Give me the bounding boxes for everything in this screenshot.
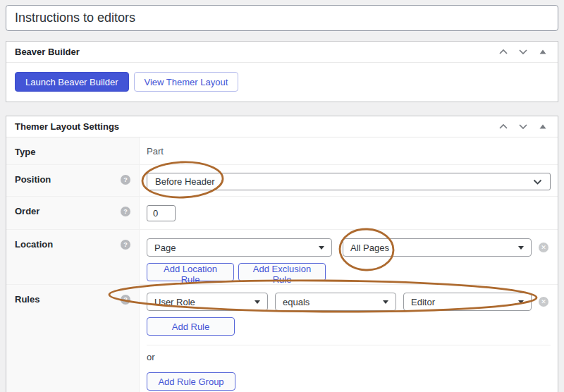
- edit-page: Beaver Builder Launch Beaver Builder Vie…: [0, 0, 564, 392]
- rule-value-select[interactable]: Editor: [403, 293, 532, 311]
- type-value: Part: [147, 146, 164, 157]
- help-icon[interactable]: ?: [121, 240, 130, 250]
- help-icon[interactable]: ?: [121, 295, 130, 305]
- rule-value-select-value: Editor: [411, 297, 435, 307]
- position-select[interactable]: Before Header: [147, 173, 551, 190]
- beaver-builder-metabox-header: Beaver Builder: [6, 42, 558, 63]
- view-themer-layout-button[interactable]: View Themer Layout: [134, 72, 239, 92]
- rules-or-text: or: [147, 352, 551, 362]
- location-type-select-value: Page: [154, 243, 176, 253]
- caret-down-icon: [518, 246, 524, 250]
- beaver-builder-metabox-body: Launch Beaver Builder View Themer Layout: [6, 63, 558, 102]
- position-select-value: Before Header: [155, 176, 215, 187]
- order-input[interactable]: [147, 205, 176, 221]
- add-rule-button[interactable]: Add Rule: [147, 317, 235, 336]
- rules-label-cell: Rules ?: [6, 285, 140, 392]
- order-label: Order: [15, 206, 39, 216]
- collapse-toggle-icon[interactable]: [537, 121, 549, 133]
- position-value-cell: Before Header: [140, 165, 558, 196]
- caret-down-icon: [319, 246, 324, 250]
- location-label-cell: Location ?: [6, 230, 140, 284]
- metabox-handle-actions: [497, 121, 549, 133]
- metabox-handle-actions: [497, 46, 549, 59]
- row-order: Order ?: [6, 196, 558, 229]
- type-label: Type: [15, 147, 35, 157]
- location-value-cell: Page All Pages ✕ Add Location Rule Add E…: [140, 230, 558, 284]
- caret-down-icon: [255, 300, 260, 304]
- remove-location-rule-icon[interactable]: ✕: [539, 243, 548, 252]
- rules-value-cell: User Role equals Editor ✕: [140, 285, 558, 392]
- themer-layout-settings-metabox: Themer Layout Settings Type: [6, 116, 558, 392]
- position-label-cell: Position ?: [6, 165, 140, 196]
- rules-label: Rules: [15, 294, 39, 305]
- location-type-select[interactable]: Page: [147, 238, 332, 257]
- move-up-icon[interactable]: [497, 46, 510, 59]
- row-type: Type Part: [6, 137, 558, 164]
- remove-rule-icon[interactable]: ✕: [539, 297, 548, 307]
- position-label: Position: [15, 174, 51, 185]
- rule-subject-select[interactable]: User Role: [147, 293, 268, 311]
- type-label-cell: Type: [6, 137, 140, 164]
- rules-divider: [147, 345, 551, 345]
- move-down-icon[interactable]: [517, 121, 529, 133]
- row-rules: Rules ? User Role equals: [6, 284, 558, 392]
- move-down-icon[interactable]: [517, 46, 529, 59]
- add-location-rule-button[interactable]: Add Location Rule: [147, 263, 234, 281]
- order-label-cell: Order ?: [6, 197, 140, 229]
- order-value-cell: [140, 197, 558, 229]
- help-icon[interactable]: ?: [121, 207, 130, 216]
- launch-beaver-builder-button[interactable]: Launch Beaver Builder: [15, 72, 129, 92]
- post-title-input[interactable]: [6, 5, 558, 31]
- location-scope-select-value: All Pages: [350, 243, 389, 253]
- themer-settings-metabox-header: Themer Layout Settings: [6, 116, 558, 137]
- rule-subject-select-value: User Role: [154, 297, 195, 307]
- collapse-toggle-icon[interactable]: [537, 46, 549, 59]
- add-rule-group-button[interactable]: Add Rule Group: [147, 372, 235, 391]
- row-location: Location ? Page All Pages ✕: [6, 229, 558, 284]
- location-label: Location: [15, 239, 53, 250]
- rule-operator-select-value: equals: [283, 297, 309, 307]
- metabox-title: Themer Layout Settings: [15, 121, 119, 132]
- chevron-down-icon: [533, 179, 542, 185]
- type-value-cell: Part: [140, 137, 558, 164]
- help-icon[interactable]: ?: [121, 175, 130, 185]
- location-scope-select[interactable]: All Pages: [343, 238, 532, 257]
- add-exclusion-rule-button[interactable]: Add Exclusion Rule: [238, 263, 326, 281]
- metabox-title: Beaver Builder: [15, 47, 80, 57]
- beaver-builder-metabox: Beaver Builder Launch Beaver Builder Vie…: [6, 41, 558, 102]
- rule-operator-select[interactable]: equals: [275, 293, 396, 311]
- caret-down-icon: [383, 300, 388, 304]
- row-position: Position ? Before Header: [6, 164, 558, 196]
- settings-form-table: Type Part Position ? Before Header: [6, 137, 558, 392]
- move-up-icon[interactable]: [497, 121, 510, 133]
- caret-down-icon: [518, 300, 524, 304]
